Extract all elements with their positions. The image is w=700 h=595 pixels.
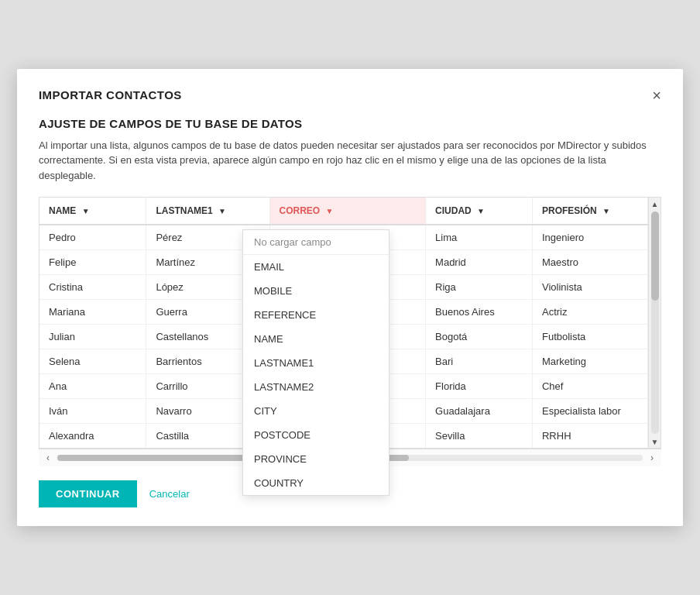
- modal-title: IMPORTAR CONTACTOS: [39, 88, 182, 101]
- dropdown-item-postcode[interactable]: POSTCODE: [243, 423, 389, 447]
- dropdown-item-province[interactable]: PROVINCE: [243, 447, 389, 471]
- section-title: AJUSTE DE CAMPOS DE TU BASE DE DATOS: [39, 117, 661, 130]
- cell-name: Ana: [39, 374, 146, 399]
- cell-name: Felipe: [39, 250, 146, 275]
- cell-profesion: Maestro: [532, 250, 647, 275]
- ciudad-dropdown-arrow: ▼: [477, 207, 485, 215]
- cell-ciudad: Bari: [426, 349, 533, 374]
- cell-profesion: Ingeniero: [532, 225, 647, 250]
- cell-profesion: Actriz: [532, 300, 647, 325]
- cell-ciudad: Lima: [426, 225, 533, 250]
- scroll-down-arrow[interactable]: ▼: [649, 435, 661, 448]
- correo-dropdown-arrow: ▼: [326, 207, 334, 215]
- scroll-up-arrow[interactable]: ▲: [649, 198, 661, 210]
- scroll-thumb: [651, 212, 659, 301]
- correo-dropdown: No cargar campoEMAILMOBILEREFERENCENAMEL…: [242, 229, 389, 496]
- close-button[interactable]: ×: [652, 88, 661, 103]
- col-profesion-header[interactable]: PROFESIÓN ▼: [532, 198, 647, 225]
- cell-ciudad: Guadalajara: [426, 399, 533, 424]
- cell-ciudad: Riga: [426, 275, 533, 300]
- dropdown-item-name[interactable]: NAME: [243, 327, 389, 351]
- cell-ciudad: Florida: [426, 374, 533, 399]
- description-text: Al importar una lista, algunos campos de…: [39, 138, 661, 184]
- cell-ciudad: Madrid: [426, 250, 533, 275]
- cell-ciudad: Bogotá: [426, 325, 533, 349]
- cancelar-button[interactable]: Cancelar: [149, 488, 190, 500]
- scroll-track: [651, 212, 659, 434]
- scroll-left-arrow[interactable]: ‹: [39, 451, 57, 465]
- cell-name: Iván: [39, 399, 146, 424]
- vertical-scrollbar[interactable]: ▲ ▼: [648, 198, 661, 448]
- profesion-dropdown-arrow: ▼: [602, 207, 610, 215]
- lastname-dropdown-arrow: ▼: [218, 207, 226, 215]
- col-correo-header[interactable]: CORREO ▼: [269, 198, 426, 225]
- cell-name: Cristina: [39, 275, 146, 300]
- cell-profesion: RRHH: [532, 424, 647, 449]
- dropdown-item-lastname1[interactable]: LASTNAME1: [243, 351, 389, 375]
- cell-name: Julian: [39, 325, 146, 349]
- dropdown-item-no-cargar[interactable]: No cargar campo: [243, 230, 389, 255]
- cell-name: Selena: [39, 349, 146, 374]
- cell-profesion: Marketing: [532, 349, 647, 374]
- cell-name: Pedro: [39, 225, 146, 250]
- import-contacts-modal: IMPORTAR CONTACTOS × AJUSTE DE CAMPOS DE…: [17, 69, 683, 527]
- col-lastname-header[interactable]: LASTNAME1 ▼: [146, 198, 269, 225]
- dropdown-item-country[interactable]: COUNTRY: [243, 471, 389, 495]
- dropdown-item-city[interactable]: CITY: [243, 399, 389, 423]
- dropdown-item-mobile[interactable]: MOBILE: [243, 279, 389, 303]
- continuar-button[interactable]: CONTINUAR: [39, 480, 137, 507]
- cell-name: Mariana: [39, 300, 146, 325]
- dropdown-item-email[interactable]: EMAIL: [243, 255, 389, 279]
- modal-header: IMPORTAR CONTACTOS ×: [39, 88, 661, 103]
- col-ciudad-header[interactable]: CIUDAD ▼: [426, 198, 533, 225]
- cell-ciudad: Buenos Aires: [426, 300, 533, 325]
- dropdown-item-lastname2[interactable]: LASTNAME2: [243, 375, 389, 399]
- col-name-header[interactable]: NAME ▼: [39, 198, 146, 225]
- table-header-row: NAME ▼ LASTNAME1 ▼ CORREO ▼ CIUDAD: [39, 198, 661, 225]
- name-dropdown-arrow: ▼: [82, 207, 90, 215]
- dropdown-item-reference[interactable]: REFERENCE: [243, 303, 389, 327]
- cell-profesion: Violinista: [532, 275, 647, 300]
- cell-profesion: Especialista labor: [532, 399, 647, 424]
- cell-name: Alexandra: [39, 424, 146, 449]
- cell-ciudad: Sevilla: [426, 424, 533, 449]
- scroll-right-arrow[interactable]: ›: [643, 451, 661, 465]
- cell-profesion: Futbolista: [532, 325, 647, 349]
- cell-profesion: Chef: [532, 374, 647, 399]
